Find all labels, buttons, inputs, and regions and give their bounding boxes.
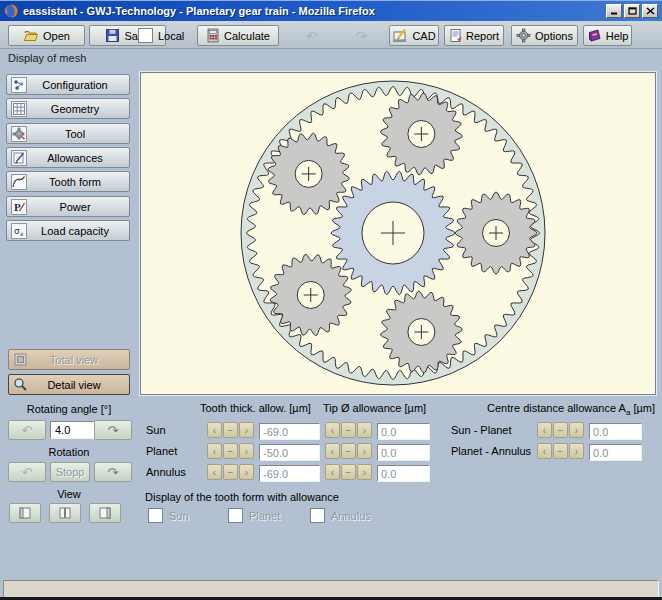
- planet-checkbox-label: Planet: [249, 510, 280, 522]
- local-checkbox-box[interactable]: [138, 28, 153, 43]
- stepper-reset-button[interactable]: −: [341, 464, 356, 480]
- rotation-cw-button[interactable]: ↷: [94, 462, 132, 482]
- sidebar-item-configuration[interactable]: Configuration: [6, 74, 130, 95]
- stepper-dec-button[interactable]: ‹: [325, 464, 340, 480]
- undo-icon: ↶: [306, 28, 318, 44]
- rotation-ccw-button[interactable]: ↶: [8, 462, 46, 482]
- annulus-checkbox-box[interactable]: [310, 508, 325, 523]
- annulus-display-checkbox[interactable]: Annulus: [310, 508, 371, 523]
- section-header: Display of mesh: [0, 48, 662, 67]
- view-single-left-button[interactable]: [9, 503, 41, 523]
- sun-planet-centre-value[interactable]: [589, 423, 642, 440]
- cad-button[interactable]: CAD: [389, 25, 439, 46]
- stepper-reset-button[interactable]: −: [341, 443, 356, 459]
- planet-tip-stepper: ‹ − ›: [325, 443, 372, 459]
- stepper-dec-button[interactable]: ‹: [325, 443, 340, 459]
- stepper-reset-button[interactable]: −: [341, 422, 356, 438]
- help-button[interactable]: Help: [583, 25, 632, 46]
- rotation-cw-icon: ↷: [108, 465, 119, 480]
- stepper-inc-button[interactable]: ›: [357, 464, 372, 480]
- stepper-reset-button[interactable]: −: [553, 422, 568, 438]
- rotate-angle-ccw-button[interactable]: ↶: [8, 420, 46, 440]
- planet-tooth-thick-value[interactable]: [259, 444, 320, 461]
- stepper-reset-button[interactable]: −: [553, 443, 568, 459]
- local-checkbox[interactable]: Local: [138, 25, 184, 46]
- stepper-inc-button[interactable]: ›: [569, 422, 584, 438]
- svg-text:x: x: [20, 230, 24, 237]
- sidebar-item-tool[interactable]: Tool: [6, 123, 130, 144]
- calculate-button[interactable]: Calculate: [197, 25, 279, 46]
- open-label: Open: [43, 30, 70, 42]
- annulus-tip-value[interactable]: [377, 465, 430, 482]
- undo-button[interactable]: ↶: [288, 25, 335, 46]
- report-button[interactable]: Report: [444, 25, 504, 46]
- open-button[interactable]: Open: [8, 25, 85, 46]
- stepper-dec-button[interactable]: ‹: [207, 443, 222, 459]
- stepper-dec-button[interactable]: ‹: [207, 464, 222, 480]
- detail-view-button[interactable]: Detail view: [8, 374, 130, 395]
- configuration-icon: [11, 77, 27, 93]
- annulus-tooth-thick-stepper: ‹ − ›: [207, 464, 254, 480]
- options-button[interactable]: Options: [511, 25, 578, 46]
- sidebar-item-geometry[interactable]: Geometry: [6, 98, 130, 119]
- row-label-sun-planet: Sun - Planet: [451, 424, 512, 436]
- planet-annulus-centre-value[interactable]: [589, 444, 642, 461]
- stepper-dec-button[interactable]: ‹: [537, 422, 552, 438]
- calculate-label: Calculate: [224, 30, 270, 42]
- stepper-reset-button[interactable]: −: [223, 464, 238, 480]
- stepper-dec-button[interactable]: ‹: [537, 443, 552, 459]
- tooth-form-icon: [11, 174, 27, 190]
- rotation-stop-button[interactable]: Stopp: [50, 462, 90, 482]
- sun-checkbox-box[interactable]: [148, 508, 163, 523]
- centre-distance-header: Centre distance allowance Aa [µm]: [470, 402, 655, 417]
- redo-button[interactable]: ↷: [338, 25, 385, 46]
- rotating-angle-input[interactable]: [50, 421, 96, 439]
- gear-display-panel: [140, 72, 656, 395]
- sun-planet-centre-stepper: ‹ − ›: [537, 422, 584, 438]
- stepper-inc-button[interactable]: ›: [569, 443, 584, 459]
- stepper-inc-button[interactable]: ›: [357, 443, 372, 459]
- single-pane-icon: [18, 507, 32, 519]
- view-single-right-button[interactable]: [89, 503, 121, 523]
- stepper-reset-button[interactable]: −: [223, 443, 238, 459]
- stepper-reset-button[interactable]: −: [223, 422, 238, 438]
- planet-display-checkbox[interactable]: Planet: [228, 508, 280, 523]
- sun-display-checkbox[interactable]: Sun: [148, 508, 189, 523]
- stepper-inc-button[interactable]: ›: [239, 443, 254, 459]
- close-button[interactable]: [642, 4, 658, 18]
- local-label: Local: [158, 30, 184, 42]
- stepper-inc-button[interactable]: ›: [357, 422, 372, 438]
- sun-tooth-thick-value[interactable]: [259, 423, 320, 440]
- help-label: Help: [606, 30, 629, 42]
- sidebar-item-power[interactable]: P Power: [6, 196, 130, 217]
- sun-tooth-thick-stepper: ‹ − ›: [207, 422, 254, 438]
- row-label-planet-annulus: Planet - Annulus: [451, 445, 531, 457]
- stepper-inc-button[interactable]: ›: [239, 422, 254, 438]
- stepper-inc-button[interactable]: ›: [239, 464, 254, 480]
- sidebar-item-load-capacity[interactable]: σx Load capacity: [6, 220, 130, 241]
- stepper-dec-button[interactable]: ‹: [325, 422, 340, 438]
- sidebar-item-allowances[interactable]: Allowances: [6, 147, 130, 168]
- rotate-ccw-icon: ↶: [22, 423, 33, 438]
- report-label: Report: [466, 30, 499, 42]
- maximize-button[interactable]: [624, 4, 640, 18]
- row-label-sun: Sun: [146, 424, 166, 436]
- planet-tip-value[interactable]: [377, 444, 430, 461]
- planet-checkbox-box[interactable]: [228, 508, 243, 523]
- annulus-tooth-thick-value[interactable]: [259, 465, 320, 482]
- tool-icon: [11, 126, 27, 142]
- view-split-button[interactable]: [49, 503, 81, 523]
- rotation-stop-label: Stopp: [56, 466, 85, 478]
- tooth-form-display-label: Display of the tooth form with allowance: [145, 491, 339, 503]
- sun-tip-value[interactable]: [377, 423, 430, 440]
- tip-allowance-header: Tip Ø allowance [µm]: [323, 402, 426, 414]
- page-title: Display of mesh: [8, 52, 86, 64]
- stepper-dec-button[interactable]: ‹: [207, 422, 222, 438]
- total-view-button[interactable]: Total view: [8, 349, 130, 370]
- rotate-cw-icon: ↷: [108, 423, 119, 438]
- title-bar: eassistant - GWJ-Technology - Planetary …: [0, 0, 662, 21]
- minimize-button[interactable]: [606, 4, 622, 18]
- sidebar-item-tooth-form[interactable]: Tooth form: [6, 171, 130, 192]
- rotate-angle-cw-button[interactable]: ↷: [94, 420, 132, 440]
- row-label-planet: Planet: [146, 445, 177, 457]
